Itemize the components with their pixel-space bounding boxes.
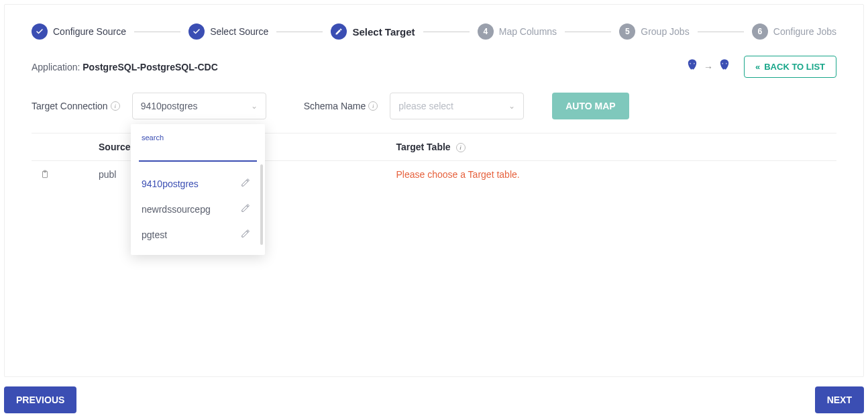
step-label: Group Jobs <box>641 26 689 37</box>
schema-name-label: Schema Name i <box>304 101 378 111</box>
application-header: Application: PostgreSQL-PostgreSQL-CDC →… <box>32 56 836 78</box>
schema-placeholder: please select <box>398 101 453 111</box>
svg-point-3 <box>694 63 694 64</box>
pencil-icon[interactable] <box>241 203 250 215</box>
main-panel: Configure Source Select Source Select Ta… <box>4 4 864 377</box>
scrollbar-thumb[interactable] <box>260 164 263 245</box>
schema-name-select[interactable]: please select ⌄ <box>390 93 524 119</box>
back-to-list-button[interactable]: « BACK TO LIST <box>744 56 836 78</box>
step-number: 6 <box>752 23 768 40</box>
chevron-down-icon: ⌄ <box>251 101 258 111</box>
info-icon[interactable]: i <box>111 101 120 111</box>
step-select-target[interactable]: Select Target <box>331 23 415 40</box>
back-to-list-label: BACK TO LIST <box>764 62 825 72</box>
step-divider <box>423 32 470 32</box>
step-group-jobs: 5 Group Jobs <box>619 23 689 40</box>
previous-button[interactable]: PREVIOUS <box>4 386 76 413</box>
step-label: Map Columns <box>499 26 557 37</box>
chevron-down-icon: ⌄ <box>508 101 515 111</box>
step-divider <box>565 32 611 32</box>
auto-map-button[interactable]: AUTO MAP <box>552 93 629 119</box>
svg-point-7 <box>726 63 726 64</box>
postgres-icon <box>717 58 732 75</box>
col-source: Source <box>58 134 135 161</box>
check-icon <box>32 23 48 40</box>
search-label: search <box>139 134 257 142</box>
dropdown-item-9410postgres[interactable]: 9410postgres <box>139 171 253 197</box>
dropdown-list: 9410postgres newrdssourcepg pgtest <box>139 171 257 248</box>
step-divider <box>276 32 323 32</box>
db-flow-icons: → <box>685 58 732 75</box>
step-label: Configure Jobs <box>773 26 836 37</box>
step-select-source[interactable]: Select Source <box>188 23 268 40</box>
pencil-icon[interactable] <box>241 178 250 190</box>
next-button[interactable]: NEXT <box>815 386 864 413</box>
step-label: Select Source <box>210 26 268 37</box>
step-configure-source[interactable]: Configure Source <box>32 23 126 40</box>
svg-point-2 <box>690 63 691 64</box>
step-configure-jobs: 6 Configure Jobs <box>752 23 836 40</box>
target-connection-value: 9410postgres <box>141 101 198 111</box>
pencil-icon[interactable] <box>241 229 250 241</box>
step-divider <box>698 32 744 32</box>
pencil-icon <box>331 23 347 40</box>
step-map-columns: 4 Map Columns <box>478 23 557 40</box>
wizard-footer: PREVIOUS NEXT <box>4 386 864 413</box>
step-divider <box>134 32 180 32</box>
search-input[interactable] <box>139 143 257 162</box>
step-label: Select Target <box>352 26 415 38</box>
svg-point-6 <box>722 63 723 64</box>
target-error: Please choose a Target table. <box>390 161 836 191</box>
target-form-row: Target Connection i 9410postgres ⌄ Schem… <box>32 93 836 119</box>
dropdown-item-pgtest[interactable]: pgtest <box>139 222 253 248</box>
step-number: 5 <box>619 23 635 40</box>
target-connection-dropdown: search 9410postgres newrdssourcepg pgtes… <box>131 124 265 255</box>
clipboard-icon[interactable] <box>40 171 50 182</box>
info-icon[interactable]: i <box>456 143 466 152</box>
dropdown-item-label: pgtest <box>142 229 167 241</box>
step-label: Configure Source <box>53 26 126 37</box>
check-icon <box>188 23 205 40</box>
dropdown-item-label: 9410postgres <box>142 178 199 190</box>
dropdown-item-label: newrdssourcepg <box>142 203 211 215</box>
arrow-right-icon: → <box>704 62 713 72</box>
postgres-icon <box>685 58 700 75</box>
source-cell: publ <box>58 161 135 191</box>
application-label: Application: <box>32 62 83 72</box>
info-icon[interactable]: i <box>368 101 378 111</box>
wizard-stepper: Configure Source Select Source Select Ta… <box>32 5 836 56</box>
target-connection-label: Target Connection i <box>32 101 120 111</box>
step-number: 4 <box>478 23 494 40</box>
chevron-double-left-icon: « <box>755 62 760 72</box>
target-connection-select[interactable]: 9410postgres ⌄ <box>132 93 266 119</box>
col-target: Target Table i <box>390 134 836 161</box>
dropdown-item-newrdssourcepg[interactable]: newrdssourcepg <box>139 197 253 222</box>
application-name: PostgreSQL-PostgreSQL-CDC <box>83 62 217 72</box>
